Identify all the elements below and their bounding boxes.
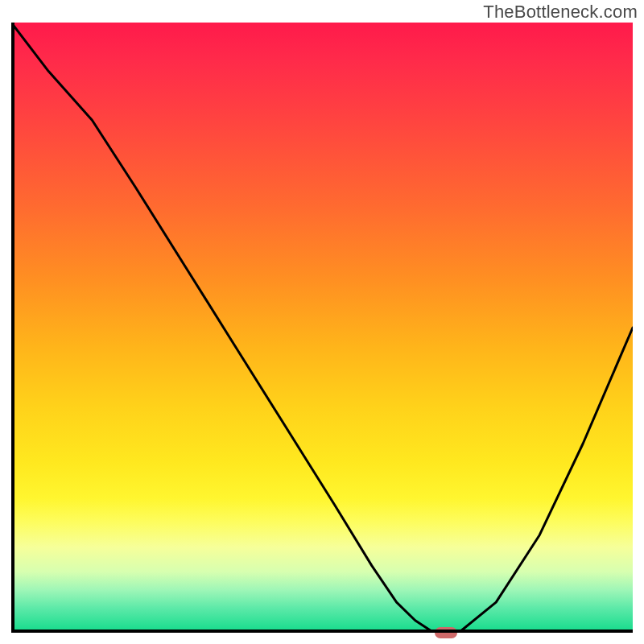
chart-stage: TheBottleneck.com bbox=[0, 0, 644, 644]
bottleneck-curve bbox=[11, 23, 633, 633]
y-axis bbox=[11, 23, 14, 633]
curve-path bbox=[11, 23, 633, 633]
plot-area bbox=[11, 23, 633, 633]
watermark-text: TheBottleneck.com bbox=[483, 2, 638, 23]
x-axis bbox=[11, 630, 633, 633]
